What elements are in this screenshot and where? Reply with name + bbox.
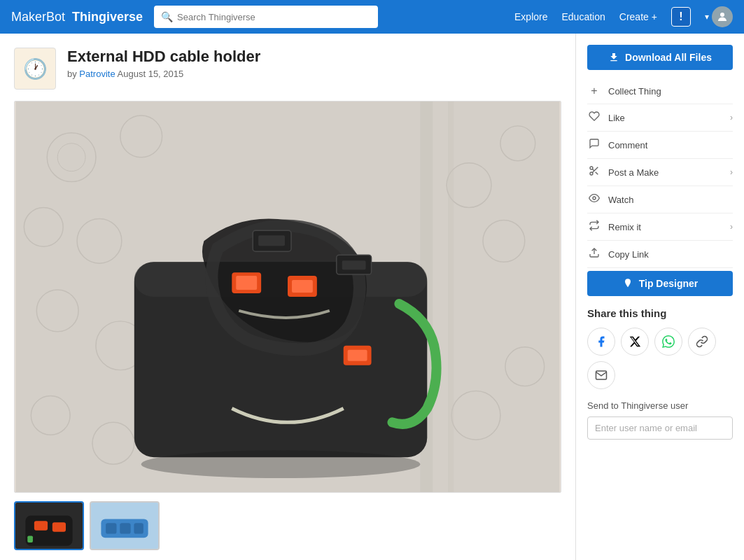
watch-label: Watch xyxy=(608,195,733,205)
svg-point-0 xyxy=(720,13,724,17)
like-arrow: › xyxy=(730,113,733,122)
thing-header: 🕐 External HDD cable holder by Patrovite… xyxy=(14,48,561,90)
thumbnail-1[interactable] xyxy=(14,501,84,550)
plus-icon: + xyxy=(652,11,657,22)
thing-info: External HDD cable holder by Patrovite A… xyxy=(67,48,260,79)
chevron-down-icon: ▾ xyxy=(705,12,709,22)
svg-line-45 xyxy=(592,169,594,171)
comment-action[interactable]: Comment xyxy=(587,132,733,159)
share-facebook-button[interactable] xyxy=(587,328,615,356)
post-make-action[interactable]: Post a Make › xyxy=(587,159,733,186)
svg-rect-27 xyxy=(292,280,313,293)
comment-icon xyxy=(587,138,601,152)
tip-designer-button[interactable]: Tip Designer xyxy=(587,271,733,296)
like-label: Like xyxy=(608,113,723,123)
share-twitter-button[interactable] xyxy=(621,328,649,356)
thing-icon: 🕐 xyxy=(14,48,56,90)
comment-label: Comment xyxy=(608,140,733,150)
twitter-icon xyxy=(629,335,641,348)
nav-create[interactable]: Create + xyxy=(619,11,657,22)
svg-rect-34 xyxy=(52,522,66,531)
remix-label: Remix it xyxy=(608,222,723,232)
share-title: Share this thing xyxy=(587,307,733,319)
right-panel: Download All Files + Collect Thing Like … xyxy=(576,34,744,560)
plus-collect-icon: + xyxy=(587,85,601,97)
logo-makerbot: MakerBot xyxy=(11,10,65,24)
whatsapp-icon xyxy=(662,335,675,348)
upload-icon xyxy=(587,247,601,261)
svg-rect-33 xyxy=(34,521,48,530)
svg-rect-35 xyxy=(27,536,33,542)
author-link[interactable]: Patrovite xyxy=(79,69,115,79)
thing-byline: by Patrovite August 15, 2015 xyxy=(67,69,260,79)
header-nav: Explore Education Create + ! ▾ xyxy=(514,6,733,27)
send-user-input[interactable] xyxy=(587,416,733,440)
svg-rect-23 xyxy=(342,260,366,270)
share-buttons-row2 xyxy=(587,361,733,389)
svg-rect-29 xyxy=(348,350,367,361)
remix-action[interactable]: Remix it › xyxy=(587,214,733,241)
link-icon xyxy=(696,335,708,348)
user-menu[interactable]: ▾ xyxy=(705,6,733,27)
svg-rect-39 xyxy=(120,523,130,533)
heart-icon xyxy=(587,111,601,125)
like-action[interactable]: Like › xyxy=(587,104,733,132)
thing-date: August 15, 2015 xyxy=(118,69,184,79)
share-section: Share this thing xyxy=(587,307,733,389)
send-label: Send to Thingiverse user xyxy=(587,400,733,411)
svg-line-44 xyxy=(596,172,598,175)
remix-arrow: › xyxy=(730,222,733,232)
search-input[interactable] xyxy=(177,12,371,22)
eye-icon xyxy=(587,192,601,206)
svg-point-46 xyxy=(593,197,596,200)
download-all-button[interactable]: Download All Files xyxy=(587,45,733,70)
send-section: Send to Thingiverse user xyxy=(587,400,733,440)
left-panel: 🕐 External HDD cable holder by Patrovite… xyxy=(0,34,575,560)
svg-rect-25 xyxy=(236,276,257,290)
avatar xyxy=(712,6,733,27)
share-buttons xyxy=(587,328,733,356)
thing-title: External HDD cable holder xyxy=(67,48,260,66)
logo-thingiverse: Thingiverse xyxy=(72,10,143,24)
scissors-icon xyxy=(587,165,601,179)
share-link-button[interactable] xyxy=(688,328,716,356)
thumbnail-2[interactable] xyxy=(90,501,160,550)
share-whatsapp-button[interactable] xyxy=(654,328,682,356)
main-content: 🕐 External HDD cable holder by Patrovite… xyxy=(0,34,744,560)
svg-point-42 xyxy=(590,172,593,175)
copy-link-action[interactable]: Copy Link xyxy=(587,241,733,268)
svg-rect-40 xyxy=(134,523,143,533)
copy-link-label: Copy Link xyxy=(608,249,733,260)
post-make-label: Post a Make xyxy=(608,167,723,178)
svg-rect-21 xyxy=(258,235,285,246)
thumbnails-row xyxy=(14,501,561,550)
header: MakerBot Thingiverse 🔍 Explore Education… xyxy=(0,0,744,34)
svg-rect-38 xyxy=(106,523,116,533)
tip-label: Tip Designer xyxy=(639,278,699,289)
search-bar: 🔍 xyxy=(154,6,378,28)
svg-point-30 xyxy=(141,450,421,478)
share-email-button[interactable] xyxy=(587,361,615,389)
svg-point-41 xyxy=(590,167,593,169)
main-image xyxy=(14,101,561,493)
search-icon: 🔍 xyxy=(161,11,173,22)
download-icon xyxy=(608,52,619,63)
tip-icon xyxy=(622,278,633,289)
email-icon xyxy=(595,369,608,382)
byline-prefix: by xyxy=(67,69,77,79)
notification-button[interactable]: ! xyxy=(671,7,691,27)
download-label: Download All Files xyxy=(625,52,712,63)
collect-action[interactable]: + Collect Thing xyxy=(587,78,733,104)
facebook-icon xyxy=(595,335,608,348)
post-make-arrow: › xyxy=(730,167,733,177)
watch-action[interactable]: Watch xyxy=(587,186,733,214)
collect-label: Collect Thing xyxy=(608,86,733,97)
nav-education[interactable]: Education xyxy=(562,11,605,22)
logo[interactable]: MakerBot Thingiverse xyxy=(11,10,143,24)
remix-icon xyxy=(587,220,601,234)
svg-rect-17 xyxy=(448,102,454,492)
nav-explore[interactable]: Explore xyxy=(514,11,547,22)
